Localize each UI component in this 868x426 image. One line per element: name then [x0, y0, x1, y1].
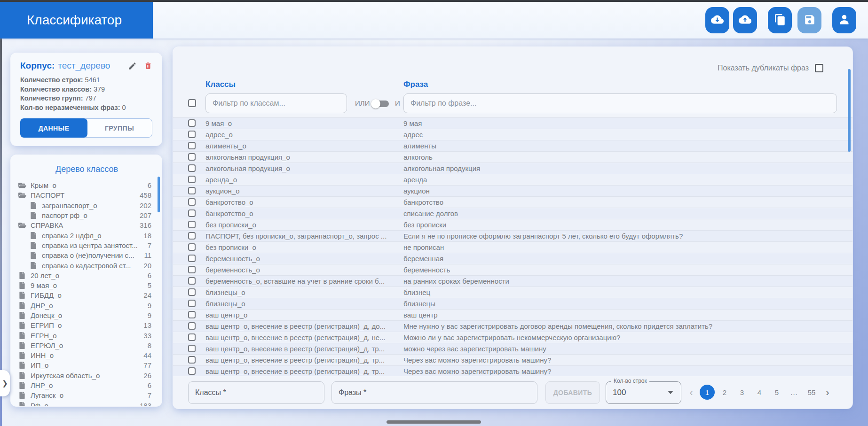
phrase-filter-input[interactable]: [403, 93, 837, 113]
new-class-input[interactable]: [188, 381, 324, 404]
table-row[interactable]: без прописки_обез прописки: [173, 219, 852, 230]
tree-item[interactable]: ПАСПОРТ458: [18, 190, 155, 200]
tree-item[interactable]: ЕГРЮЛ_о8: [18, 341, 155, 350]
table-row[interactable]: ваш центр_о, внесение в реестр (регистра…: [173, 320, 852, 332]
table-row[interactable]: без прописки_оне прописан: [173, 241, 852, 253]
row-checkbox[interactable]: [188, 142, 196, 149]
next-page-button[interactable]: ›: [822, 387, 833, 398]
row-checkbox[interactable]: [188, 266, 196, 273]
tree-item[interactable]: справка 2 ндфл_о18: [18, 230, 155, 240]
row-checkbox[interactable]: [188, 221, 196, 228]
tree-item[interactable]: Донецк_о9: [18, 310, 155, 320]
copy-button[interactable]: [768, 7, 792, 33]
table-row[interactable]: алкогольная продукция_оалкоголь: [173, 151, 852, 163]
tree-item[interactable]: ДНР_о9: [18, 301, 155, 310]
save-button[interactable]: [797, 7, 821, 33]
table-row[interactable]: алкогольная продукция_оалкогольная проду…: [173, 163, 852, 174]
tree-item[interactable]: 9 мая_о5: [18, 280, 155, 290]
row-checkbox[interactable]: [188, 176, 196, 183]
row-checkbox[interactable]: [188, 288, 196, 296]
select-all-checkbox[interactable]: [188, 99, 196, 107]
user-button[interactable]: [832, 7, 856, 33]
edit-corpus-icon[interactable]: [128, 62, 137, 70]
table-row[interactable]: ваш центр_о, внесение в реестр (регистра…: [173, 343, 852, 354]
tab-data[interactable]: ДАННЫЕ: [20, 118, 87, 138]
table-scrollbar-thumb[interactable]: [848, 69, 851, 152]
tree-item[interactable]: Луганск_о7: [18, 390, 155, 400]
tree-item[interactable]: ЛНР_о6: [18, 380, 155, 390]
table-row[interactable]: ваш центр_оваш центр: [173, 309, 852, 320]
row-checkbox[interactable]: [188, 322, 196, 330]
prev-page-button[interactable]: ‹: [686, 387, 697, 398]
table-row[interactable]: ваш центр_о, внесение в реестр (регистра…: [173, 332, 852, 343]
tree-item[interactable]: ЕГРИП_о13: [18, 320, 155, 330]
row-checkbox[interactable]: [188, 311, 196, 318]
tree-scrollbar-thumb[interactable]: [158, 177, 160, 212]
page-button[interactable]: 4: [752, 385, 767, 400]
table-row[interactable]: ваш центр_о, внесение в реестр (регистра…: [173, 354, 852, 365]
show-duplicates-checkbox[interactable]: [815, 64, 823, 72]
row-checkbox[interactable]: [188, 119, 196, 127]
tree-item[interactable]: ИНН_о44: [18, 350, 155, 360]
row-checkbox[interactable]: [188, 232, 196, 240]
table-row[interactable]: ПАСПОРТ, без прописки_о, загранпаспорт_о…: [173, 230, 852, 241]
row-checkbox[interactable]: [188, 131, 196, 138]
row-checkbox[interactable]: [188, 164, 196, 172]
tree-item[interactable]: РФ_о183: [18, 401, 155, 406]
sidebar-expander[interactable]: ❯: [0, 370, 10, 396]
table-row[interactable]: ваш центр_о, внесение в реестр (регистра…: [173, 365, 852, 376]
tree-item[interactable]: справка из центра занятост...7: [18, 240, 155, 250]
class-filter-input[interactable]: [205, 93, 347, 113]
page-button[interactable]: 2: [717, 385, 732, 400]
table-row[interactable]: банкротство_осписание долгов: [173, 208, 852, 219]
table-row[interactable]: 9 мая_о9 мая: [173, 117, 852, 129]
row-checkbox[interactable]: [188, 187, 196, 194]
table-row[interactable]: банкротство_обанкротство: [173, 196, 852, 208]
table-row[interactable]: близнецы_облизнец: [173, 287, 852, 298]
tree-item[interactable]: паспорт рф_о207: [18, 210, 155, 220]
row-checkbox[interactable]: [188, 243, 196, 251]
table-row[interactable]: аренда_оаренда: [173, 174, 852, 185]
row-checkbox[interactable]: [188, 345, 196, 352]
table-row[interactable]: аукцион_оаукцион: [173, 185, 852, 196]
row-checkbox[interactable]: [188, 356, 196, 364]
table-row[interactable]: беременность_о, вставшие на учет в ранни…: [173, 275, 852, 287]
filter-logic-toggle[interactable]: [373, 101, 389, 107]
tab-groups[interactable]: ГРУППЫ: [87, 119, 152, 137]
tree-item[interactable]: загранпаспорт_о202: [18, 201, 155, 210]
tree-item[interactable]: Крым_о6: [18, 180, 155, 190]
row-class-cell: близнецы_о: [205, 300, 394, 308]
table-row[interactable]: адрес_оадрес: [173, 129, 852, 140]
cloud-upload-button[interactable]: [733, 7, 757, 33]
cloud-download-button[interactable]: [705, 7, 729, 33]
delete-corpus-icon[interactable]: [144, 62, 152, 70]
row-checkbox[interactable]: [188, 255, 196, 262]
row-checkbox[interactable]: [188, 367, 196, 375]
row-checkbox[interactable]: [188, 209, 196, 217]
new-phrase-input[interactable]: [331, 381, 537, 404]
tree-item[interactable]: ЕГРН_о33: [18, 330, 155, 340]
tree-item[interactable]: ИП_о77: [18, 360, 155, 370]
page-button[interactable]: 5: [769, 385, 784, 400]
tree-item[interactable]: Иркутская область_о26: [18, 371, 155, 380]
tree-item[interactable]: справка о кадастровой ст...20: [18, 260, 155, 270]
table-row[interactable]: алименты_оалименты: [173, 140, 852, 151]
add-button[interactable]: ДОБАВИТЬ: [545, 381, 600, 404]
table-row[interactable]: близнецы_облизнецы: [173, 298, 852, 309]
tree-item[interactable]: ГИБДД_о24: [18, 290, 155, 300]
page-button[interactable]: 3: [734, 385, 750, 400]
row-checkbox[interactable]: [188, 300, 196, 307]
row-checkbox[interactable]: [188, 333, 196, 341]
table-row[interactable]: беременность_обеременная: [173, 253, 852, 264]
row-checkbox[interactable]: [188, 277, 196, 285]
tree-item[interactable]: СПРАВКА316: [18, 220, 155, 230]
tree-item[interactable]: 20 лет_о6: [18, 271, 155, 280]
page-button[interactable]: 55: [804, 385, 819, 400]
row-checkbox[interactable]: [188, 153, 196, 161]
rows-per-page-select[interactable]: Кол-во строк 100: [606, 381, 681, 404]
table-row[interactable]: беременность_обеременность: [173, 264, 852, 275]
tree-item[interactable]: справка о (не)получении с...11: [18, 250, 155, 260]
horizontal-scrollbar-thumb[interactable]: [387, 420, 481, 424]
page-button[interactable]: 1: [700, 385, 715, 400]
row-checkbox[interactable]: [188, 198, 196, 206]
